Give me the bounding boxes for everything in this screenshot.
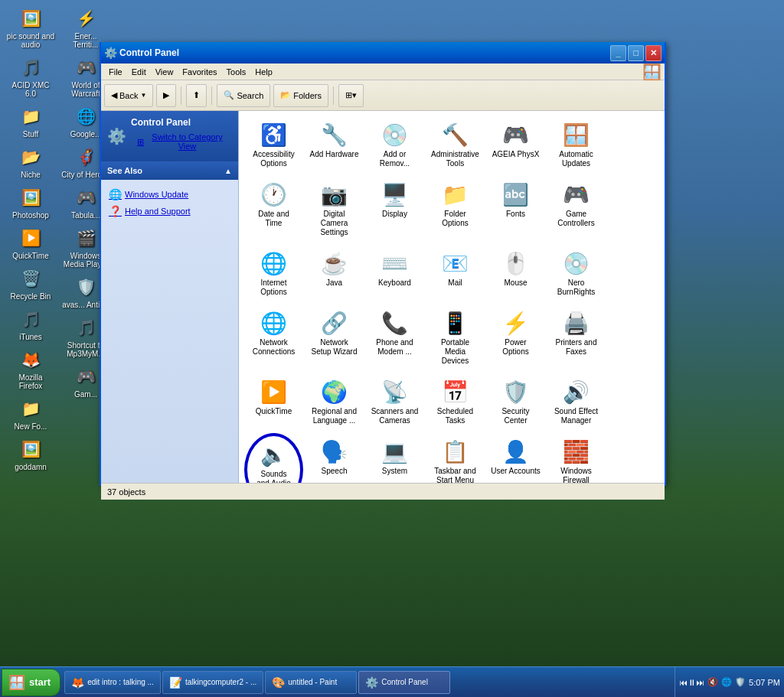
help-support-link[interactable]: ❓ Help and Support — [107, 203, 232, 220]
see-also-collapse[interactable]: ▲ — [224, 167, 232, 175]
cp-icon-img-mail: 📧 — [443, 251, 468, 275]
cp-icon-regional-language[interactable]: 🌍 Regional and Language ... — [305, 374, 363, 431]
cp-icon-game-controllers[interactable]: 🎮 Game Controllers — [547, 177, 605, 243]
cp-icon-add-remove[interactable]: 💿 Add or Remov... — [366, 117, 423, 174]
back-label: Back — [119, 91, 138, 100]
cp-icon-phone-modem[interactable]: 📞 Phone and Modem ... — [366, 305, 423, 371]
switch-view-button[interactable]: ⊞ Switch to Category View — [131, 128, 232, 155]
toolbar-separator-2 — [211, 86, 212, 105]
cp-icon-add-hardware[interactable]: 🔧 Add Hardware — [305, 117, 363, 174]
cp-icon-img-scanners-cameras: 📡 — [383, 379, 407, 404]
windows-update-link[interactable]: 🌐 Windows Update — [107, 186, 232, 203]
menu-favorites[interactable]: Favorites — [178, 66, 221, 78]
content-area: ⚙️ Control Panel ⊞ Switch to Category Vi… — [101, 111, 665, 483]
cp-icon-printers-faxes[interactable]: 🖨️ Printers and Faxes — [547, 305, 605, 371]
desktop-icon-quicktime[interactable]: ▶️ QuickTime — [4, 223, 57, 262]
cp-icon-sounds-audio[interactable]: 🔈 Sounds and Audio Devices — [245, 434, 302, 483]
desktop-icon-goddamn[interactable]: 🖼️ goddamn — [4, 435, 57, 474]
title-bar: ⚙️ Control Panel _ □ ✕ — [101, 42, 665, 64]
cp-icon-img-digital-camera: 📷 — [322, 182, 347, 207]
cp-icon-date-time[interactable]: 🕐 Date and Time — [245, 177, 302, 243]
cp-icon-speech[interactable]: 🗣️ Speech — [305, 434, 363, 483]
cp-icon-mail[interactable]: 📧 Mail — [426, 246, 484, 302]
cp-icon-img-accessibility: ♿ — [262, 122, 286, 147]
cp-icon-internet-options[interactable]: 🌐 Internet Options — [245, 246, 302, 302]
cp-icon-fonts[interactable]: 🔤 Fonts — [487, 177, 544, 243]
cp-icon-keyboard[interactable]: ⌨️ Keyboard — [366, 246, 423, 302]
folders-icon: 📂 — [280, 90, 291, 100]
cp-icon-label-display: Display — [382, 210, 407, 219]
cp-icon-mouse[interactable]: 🖱️ Mouse — [487, 246, 544, 302]
taskbar-item-talkingcomputer2[interactable]: 📝 talkingcomputer2 - ... — [162, 671, 263, 694]
cp-icon-label-keyboard: Keyboard — [378, 278, 411, 288]
volume-icon[interactable]: 🔇 — [707, 677, 718, 687]
desktop-icon-acid-xmc[interactable]: 🎵 ACID XMC 6.0 — [4, 53, 57, 100]
cp-icon-quicktime[interactable]: ▶️ QuickTime — [245, 374, 302, 431]
cp-icon-label-sound-effect: Sound Effect Manager — [551, 407, 601, 425]
cp-icon-label-network-setup: Network Setup Wizard — [309, 338, 359, 357]
cp-icon-windows-firewall[interactable]: 🧱 Windows Firewall — [547, 434, 605, 483]
folders-button[interactable]: 📂 Folders — [273, 84, 328, 107]
desktop-icon-label-niche: Niche — [21, 171, 41, 179]
desktop-icon-img-avast: 🛡️ — [74, 275, 98, 299]
menu-tools[interactable]: Tools — [222, 66, 251, 78]
cp-icon-taskbar-start[interactable]: 📋 Taskbar and Start Menu — [426, 434, 484, 483]
search-label: Search — [237, 91, 263, 100]
cp-icon-power-options[interactable]: ⚡ Power Options — [487, 305, 544, 371]
desktop-icon-pic-sound[interactable]: 🖼️ pic sound and audio — [4, 4, 57, 51]
desktop-icon-itunes[interactable]: 🎵 iTunes — [4, 305, 57, 344]
cp-icon-system[interactable]: 💻 System — [366, 434, 423, 483]
cp-icon-admin-tools[interactable]: 🔨 Administrative Tools — [426, 117, 484, 174]
cp-icon-network-connections[interactable]: 🌐 Network Connections — [245, 305, 302, 371]
switch-view-icon: ⊞ — [137, 137, 144, 147]
desktop-icon-stuff[interactable]: 📁 Stuff — [4, 102, 57, 141]
taskbar-item-untitled-paint[interactable]: 🎨 untitled - Paint — [265, 671, 357, 694]
cp-icon-img-scheduled-tasks: 📅 — [443, 379, 468, 404]
cp-icon-nero[interactable]: 💿 Nero BurnRights — [547, 246, 605, 302]
desktop-icon-new-folder[interactable]: 📁 New Fo... — [4, 394, 57, 433]
back-icon: ◀ — [111, 90, 117, 100]
minimize-button[interactable]: _ — [610, 45, 626, 61]
taskbar-item-edit-intro[interactable]: 🦊 edit intro : talking ... — [64, 671, 161, 694]
desktop-icon-photoshop[interactable]: 🖼️ Photoshop — [4, 183, 57, 222]
up-button[interactable]: ⬆ — [186, 84, 207, 107]
cp-icon-display[interactable]: 🖥️ Display — [366, 177, 423, 243]
desktop-icon-img-quicktime: ▶️ — [18, 226, 43, 250]
cp-icon-label-user-accounts: User Accounts — [491, 467, 540, 476]
menu-file[interactable]: File — [104, 66, 127, 78]
cp-icon-auto-updates[interactable]: 🪟 Automatic Updates — [547, 117, 605, 174]
menu-help[interactable]: Help — [250, 66, 277, 78]
menu-view[interactable]: View — [151, 66, 178, 78]
cp-icon-network-setup[interactable]: 🔗 Network Setup Wizard — [305, 305, 363, 371]
search-button[interactable]: 🔍 Search — [217, 84, 270, 107]
cp-icon-user-accounts[interactable]: 👤 User Accounts — [487, 434, 544, 483]
cp-icon-scanners-cameras[interactable]: 📡 Scanners and Cameras — [366, 374, 423, 431]
help-support-icon: ❓ — [109, 205, 122, 217]
cp-icon-folder-options[interactable]: 📁 Folder Options — [426, 177, 484, 243]
cp-icon-java[interactable]: ☕ Java — [305, 246, 363, 302]
menu-edit[interactable]: Edit — [127, 66, 151, 78]
security-icon[interactable]: 🛡️ — [735, 677, 746, 687]
cp-icon-portable-media[interactable]: 📱 Portable Media Devices — [426, 305, 484, 371]
network-icon[interactable]: 🌐 — [721, 677, 732, 687]
desktop-icon-niche[interactable]: 📂 Niche — [4, 142, 57, 181]
forward-button[interactable]: ▶ — [156, 84, 176, 107]
cp-icon-sound-effect[interactable]: 🔊 Sound Effect Manager — [547, 374, 605, 431]
back-button[interactable]: ◀ Back ▼ — [104, 84, 153, 107]
cp-icon-digital-camera[interactable]: 📷 Digital Camera Settings — [305, 177, 363, 243]
views-button[interactable]: ⊞▾ — [338, 84, 364, 107]
desktop-icon-firefox[interactable]: 🦊 Mozilla Firefox — [4, 345, 57, 392]
cp-icon-label-power-options: Power Options — [491, 338, 541, 357]
cp-icon-security-center[interactable]: 🛡️ Security Center — [487, 374, 544, 431]
close-button[interactable]: ✕ — [645, 45, 662, 61]
cp-icon-ageia[interactable]: 🎮 AGEIA PhysX — [487, 117, 544, 174]
help-support-label: Help and Support — [125, 207, 191, 216]
desktop-icon-recycle-bin[interactable]: 🗑️ Recycle Bin — [4, 264, 57, 303]
start-button[interactable]: 🪟 start — [2, 669, 60, 696]
taskbar-item-control-panel[interactable]: ⚙️ Control Panel — [358, 671, 450, 694]
cp-icon-img-java: ☕ — [322, 251, 347, 275]
windows-logo: 🪟 — [8, 674, 25, 691]
maximize-button[interactable]: □ — [628, 45, 644, 61]
cp-icon-scheduled-tasks[interactable]: 📅 Scheduled Tasks — [426, 374, 484, 431]
cp-icon-accessibility[interactable]: ♿ Accessibility Options — [245, 117, 302, 174]
